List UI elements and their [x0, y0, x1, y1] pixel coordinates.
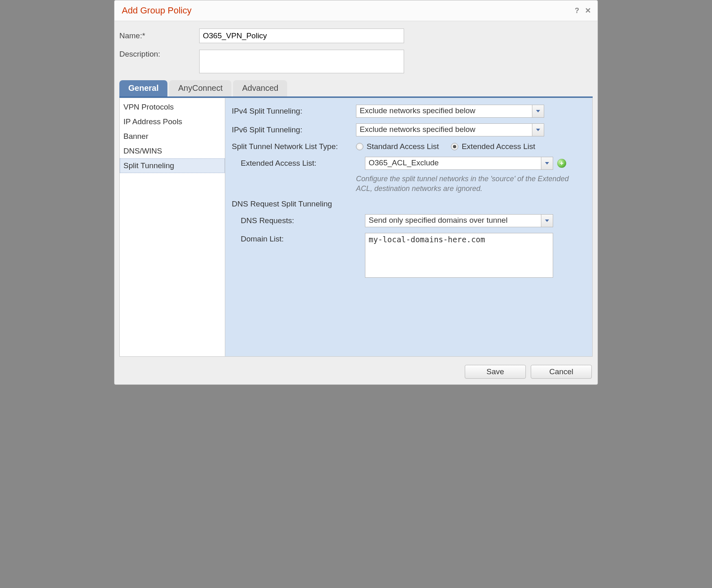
- extended-access-list-select[interactable]: O365_ACL_Exclude: [365, 157, 553, 170]
- radio-icon: [356, 143, 363, 150]
- chevron-down-icon[interactable]: [541, 215, 553, 227]
- ipv6-label: IPv6 Split Tunneling:: [232, 125, 356, 134]
- ipv6-select-value: Exclude networks specified below: [356, 124, 532, 136]
- save-button[interactable]: Save: [465, 365, 526, 379]
- radio-extended-access-list[interactable]: Extended Access List: [451, 142, 535, 151]
- tab-general[interactable]: General: [119, 80, 167, 97]
- dns-requests-value: Send only specified domains over tunnel: [365, 215, 541, 227]
- sidebar: VPN Protocols IP Address Pools Banner DN…: [120, 98, 225, 356]
- tab-advanced[interactable]: Advanced: [233, 80, 287, 97]
- description-label: Description:: [119, 50, 193, 59]
- tab-anyconnect[interactable]: AnyConnect: [169, 80, 231, 97]
- dialog-title: Add Group Policy: [122, 5, 191, 16]
- dns-requests-label: DNS Requests:: [232, 216, 365, 225]
- list-type-label: Split Tunnel Network List Type:: [232, 142, 356, 151]
- name-input[interactable]: [199, 29, 404, 43]
- cancel-button[interactable]: Cancel: [531, 365, 592, 379]
- plus-icon: +: [560, 160, 563, 167]
- ext-acl-value: O365_ACL_Exclude: [365, 157, 541, 169]
- domain-list-input[interactable]: [365, 233, 553, 278]
- sidebar-item-banner[interactable]: Banner: [120, 129, 225, 144]
- sidebar-item-ip-address-pools[interactable]: IP Address Pools: [120, 114, 225, 129]
- add-group-policy-dialog: Add Group Policy ? ✕ Name:* Description:…: [114, 0, 598, 385]
- sidebar-item-split-tunneling[interactable]: Split Tunneling: [120, 158, 225, 173]
- radio-icon: [451, 143, 458, 150]
- close-icon[interactable]: ✕: [585, 7, 591, 14]
- description-input[interactable]: [199, 50, 404, 73]
- chevron-down-icon[interactable]: [532, 105, 544, 117]
- content-pane: IPv4 Split Tunneling: Exclude networks s…: [225, 98, 592, 356]
- ipv4-split-tunneling-select[interactable]: Exclude networks specified below: [356, 105, 544, 118]
- ext-acl-hint: Configure the split tunnel networks in t…: [356, 174, 586, 194]
- dialog-titlebar: Add Group Policy ? ✕: [114, 0, 598, 21]
- chevron-down-icon[interactable]: [532, 124, 544, 136]
- ipv4-select-value: Exclude networks specified below: [356, 105, 532, 117]
- radio-standard-label: Standard Access List: [367, 142, 439, 151]
- panel: VPN Protocols IP Address Pools Banner DN…: [119, 98, 593, 357]
- ext-acl-label: Extended Access List:: [232, 159, 365, 168]
- help-icon[interactable]: ?: [575, 7, 579, 14]
- ipv6-split-tunneling-select[interactable]: Exclude networks specified below: [356, 123, 544, 136]
- name-label: Name:*: [119, 31, 193, 40]
- domain-list-label: Domain List:: [232, 233, 365, 244]
- dns-section-header: DNS Request Split Tunneling: [232, 200, 586, 208]
- chevron-down-icon[interactable]: [541, 157, 553, 169]
- sidebar-item-vpn-protocols[interactable]: VPN Protocols: [120, 100, 225, 114]
- radio-standard-access-list[interactable]: Standard Access List: [356, 142, 439, 151]
- dns-requests-select[interactable]: Send only specified domains over tunnel: [365, 214, 553, 227]
- add-acl-button[interactable]: +: [557, 159, 566, 168]
- tabstrip: General AnyConnect Advanced: [119, 80, 593, 97]
- ipv4-label: IPv4 Split Tunneling:: [232, 107, 356, 116]
- radio-extended-label: Extended Access List: [461, 142, 535, 151]
- sidebar-item-dns-wins[interactable]: DNS/WINS: [120, 144, 225, 158]
